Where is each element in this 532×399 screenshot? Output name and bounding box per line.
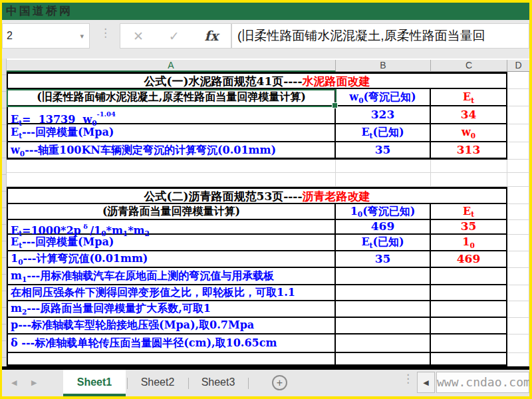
cell-d[interactable] bbox=[507, 353, 529, 366]
toolbar-splitter-dots-icon[interactable]: ⋮ bbox=[100, 27, 106, 43]
worksheet-grid: A B C D 公式(一)水泥路面规范41页----水泥路面改建(旧柔性路面铺水… bbox=[2, 59, 529, 366]
cell-b[interactable] bbox=[336, 301, 431, 318]
cell-d[interactable] bbox=[507, 204, 529, 220]
cell-a[interactable]: 在相同压强条件下测得回弹变形值之比，即轮板比，可取1.1 bbox=[7, 285, 336, 301]
cell-c[interactable] bbox=[431, 301, 507, 318]
cell-d[interactable] bbox=[507, 124, 529, 142]
column-header-c[interactable]: C bbox=[431, 60, 507, 72]
cell-b[interactable] bbox=[336, 268, 431, 285]
cell-a[interactable]: (旧柔性路面铺水泥混凝土,原柔性路面当量回弹模量计算) bbox=[7, 89, 336, 106]
cell-a-merged[interactable]: 公式(一)水泥路面规范41页----水泥路面改建 bbox=[7, 72, 507, 89]
sheet-row: Et= 13739 w0-1.0432334 bbox=[7, 106, 529, 124]
cell-c[interactable]: 35 bbox=[431, 220, 507, 235]
cell-d[interactable] bbox=[507, 334, 529, 353]
cell-c[interactable] bbox=[431, 268, 507, 285]
cell-b[interactable] bbox=[336, 318, 431, 334]
cell-a[interactable]: m2---原路面当量回弹模量扩大系数,可取1 bbox=[7, 301, 336, 318]
cell-b[interactable]: 35 bbox=[336, 142, 431, 160]
insert-function-icon[interactable]: fx bbox=[205, 28, 219, 44]
cell-b[interactable]: 35 bbox=[336, 251, 431, 268]
cell-d[interactable] bbox=[507, 318, 529, 334]
formula-toolbar: 2 ▾ ⋮ ✕ ✓ fx (旧柔性路面铺水泥混凝土,原柔性路面当量回 bbox=[2, 20, 529, 59]
cell-d[interactable] bbox=[507, 251, 529, 268]
cell-b[interactable]: 469 bbox=[336, 220, 431, 235]
cell-b[interactable]: Et(已知) bbox=[336, 124, 431, 142]
cell-c[interactable]: 10 bbox=[431, 235, 507, 251]
excel-window: 中国道桥网 2 ▾ ⋮ ✕ ✓ fx (旧柔性路面铺水泥混凝土,原柔性路面当量回… bbox=[0, 0, 532, 399]
name-box[interactable]: 2 ▾ bbox=[2, 23, 90, 49]
tab-nav-left-icon[interactable]: ◀ bbox=[11, 370, 17, 396]
cell-a[interactable]: Et---回弹模量(Mpa) bbox=[7, 235, 336, 251]
cell-d[interactable] bbox=[507, 106, 529, 124]
cell-c[interactable] bbox=[431, 173, 507, 187]
tabbar-splitter-dots-icon[interactable]: ⋮ bbox=[402, 375, 414, 383]
name-box-dropdown-icon[interactable]: ▾ bbox=[80, 24, 84, 48]
cell-a[interactable]: (沥青路面当量回弹模量计算) bbox=[7, 204, 336, 220]
sheet-row: 公式(一)水泥路面规范41页----水泥路面改建 bbox=[7, 72, 529, 89]
cell-d[interactable] bbox=[507, 187, 529, 204]
cell-c[interactable]: 34 bbox=[431, 106, 507, 124]
cell-b[interactable] bbox=[336, 353, 431, 366]
cell-a[interactable]: Et=1000*2p δ /10*m1*m2 bbox=[7, 220, 336, 235]
cancel-icon[interactable]: ✕ bbox=[133, 29, 144, 44]
cell-a[interactable]: Et---回弹模量(Mpa) bbox=[7, 124, 336, 142]
formula-input[interactable]: (旧柔性路面铺水泥混凝土,原柔性路面当量回 bbox=[231, 23, 529, 49]
cell-c[interactable] bbox=[431, 334, 507, 353]
cell-d[interactable] bbox=[507, 268, 529, 285]
cell-b[interactable] bbox=[336, 285, 431, 301]
cell-d[interactable] bbox=[507, 89, 529, 106]
cell-a[interactable]: m1---用标准轴载汽车在原地面上测的弯沉值与用承载板 bbox=[7, 268, 336, 285]
cell-d[interactable] bbox=[507, 220, 529, 235]
cell-b[interactable]: Et(已知) bbox=[336, 235, 431, 251]
cell-d[interactable] bbox=[507, 235, 529, 251]
cell-c[interactable]: 313 bbox=[431, 142, 507, 160]
tab-divider bbox=[127, 378, 128, 389]
column-header-a[interactable]: A bbox=[7, 60, 336, 72]
sheet-row: p---标准轴载车型轮胎接地压强(Mpa),取0.7Mpa bbox=[7, 318, 529, 334]
tab-sheet3[interactable]: Sheet3 bbox=[190, 370, 247, 396]
cell-d[interactable] bbox=[507, 173, 529, 187]
cell-a[interactable]: 10---计算弯沉值(0.01mm) bbox=[7, 251, 336, 268]
tab-sheet1[interactable]: Sheet1 bbox=[63, 370, 126, 396]
cell-c[interactable]: w0 bbox=[431, 124, 507, 142]
cell-c[interactable]: Et bbox=[431, 89, 507, 106]
cell-d[interactable] bbox=[507, 285, 529, 301]
cell-a[interactable]: p---标准轴载车型轮胎接地压强(Mpa),取0.7Mpa bbox=[7, 318, 336, 334]
cell-a[interactable]: Et= 13739 w0-1.04 bbox=[7, 106, 336, 124]
cell-a[interactable] bbox=[7, 173, 336, 187]
cell-a[interactable] bbox=[7, 160, 336, 173]
cell-a[interactable] bbox=[7, 353, 336, 366]
cell-a-merged[interactable]: 公式(二)沥青路面规范53页----沥青老路改建 bbox=[7, 187, 507, 204]
column-header-d[interactable]: D bbox=[507, 60, 529, 72]
cell-d[interactable] bbox=[507, 142, 529, 160]
sheet-tab-bar: ◀ ▶ Sheet1 Sheet2 Sheet3 + ⋮ ◀ www.cndao… bbox=[2, 370, 529, 396]
cell-a[interactable]: w0---轴重100KN车辆测定弯沉的计算弯沉(0.01mm) bbox=[7, 142, 336, 160]
cell-c[interactable] bbox=[431, 318, 507, 334]
cell-b[interactable] bbox=[336, 173, 431, 187]
watermark-top: 中国道桥网 bbox=[6, 3, 72, 19]
sheet-row: Et---回弹模量(Mpa)Et(已知)10 bbox=[7, 235, 529, 251]
column-header-b[interactable]: B bbox=[336, 60, 431, 72]
cell-c[interactable] bbox=[431, 285, 507, 301]
cell-d[interactable] bbox=[507, 72, 529, 89]
cell-b[interactable]: w0(弯沉已知) bbox=[336, 89, 431, 106]
cell-b[interactable] bbox=[336, 334, 431, 353]
cell-c[interactable]: 469 bbox=[431, 251, 507, 268]
cell-b[interactable]: 10(弯沉已知) bbox=[336, 204, 431, 220]
cell-a[interactable]: δ ---标准轴载单轮传压面当量圆半径(cm),取10.65cm bbox=[7, 334, 336, 353]
tab-nav-right-icon[interactable]: ▶ bbox=[31, 370, 37, 396]
cell-d[interactable] bbox=[507, 160, 529, 173]
tab-sheet2[interactable]: Sheet2 bbox=[128, 370, 187, 396]
enter-icon[interactable]: ✓ bbox=[169, 29, 180, 44]
cell-c[interactable] bbox=[431, 160, 507, 173]
cell-c[interactable]: Et bbox=[431, 204, 507, 220]
cell-d[interactable] bbox=[507, 301, 529, 318]
cell-b[interactable] bbox=[336, 160, 431, 173]
sheet-row: (沥青路面当量回弹模量计算)10(弯沉已知)Et bbox=[7, 204, 529, 220]
sheet-row: 公式(二)沥青路面规范53页----沥青老路改建 bbox=[7, 187, 529, 204]
cell-b[interactable]: 323 bbox=[336, 106, 431, 124]
hscroll-left-icon[interactable]: ◀ bbox=[417, 372, 435, 393]
add-sheet-icon[interactable]: + bbox=[272, 375, 287, 390]
sheet-row: m2---原路面当量回弹模量扩大系数,可取1 bbox=[7, 301, 529, 318]
cell-c[interactable] bbox=[431, 353, 507, 366]
